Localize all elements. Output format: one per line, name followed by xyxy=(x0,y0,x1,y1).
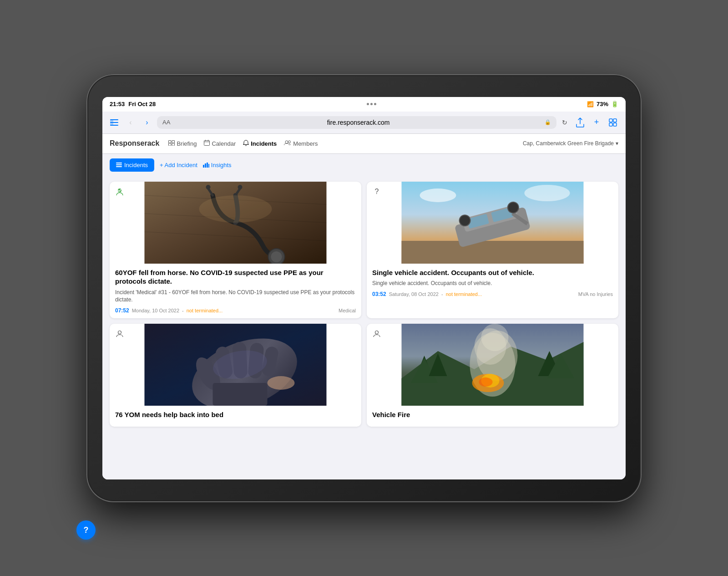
add-incident-label: + Add Incident xyxy=(160,162,197,168)
svg-point-30 xyxy=(206,185,211,189)
calendar-icon xyxy=(204,140,210,147)
app-navigation: Responserack Briefing Calendar xyxy=(102,134,626,154)
card-2-meta: 03:52 Saturday, 08 Oct 2022 - not termin… xyxy=(372,291,613,297)
svg-point-55 xyxy=(118,331,121,334)
incidents-btn-label: Incidents xyxy=(124,162,148,168)
svg-rect-11 xyxy=(172,143,175,146)
incident-card-4[interactable]: Vehicle Fire xyxy=(367,324,618,427)
insights-button[interactable]: Insights xyxy=(203,162,232,168)
question-icon: ? xyxy=(375,188,379,196)
card-2-title: Single vehicle accident. Occupants out o… xyxy=(372,268,613,277)
add-tab-button[interactable]: + xyxy=(589,115,604,130)
app-brand: Responserack xyxy=(110,139,159,148)
svg-point-14 xyxy=(288,141,291,143)
nav-items: Briefing Calendar Incidents xyxy=(168,135,523,152)
incident-card-3[interactable]: 76 YOM needs help back into bed xyxy=(110,324,361,427)
svg-rect-16 xyxy=(116,164,122,165)
calendar-label: Calendar xyxy=(212,140,236,147)
user-info-text: Cap, Camberwick Green Fire Brigade xyxy=(523,140,614,147)
card-4-body: Vehicle Fire xyxy=(367,406,618,427)
svg-rect-52 xyxy=(213,383,268,406)
svg-rect-6 xyxy=(609,123,612,126)
incident-card-2[interactable]: ? Single vehicle accident. Occupants out… xyxy=(367,182,618,319)
briefing-label: Briefing xyxy=(177,140,197,147)
svg-point-69 xyxy=(479,377,493,387)
back-button[interactable]: ‹ xyxy=(124,116,137,129)
help-icon: ? xyxy=(84,525,89,535)
svg-point-35 xyxy=(420,189,456,202)
svg-rect-12 xyxy=(204,141,210,146)
svg-rect-37 xyxy=(402,241,584,264)
card-3-badge xyxy=(113,327,126,340)
tablet-shell: 21:53 Fri Oct 28 📶 73% 🔋 xyxy=(86,74,642,502)
nav-item-calendar[interactable]: Calendar xyxy=(204,135,236,152)
card-1-meta: 07:52 Monday, 10 Oct 2022 - not terminat… xyxy=(115,307,356,314)
user-info: Cap, Camberwick Green Fire Brigade ▾ xyxy=(523,140,618,147)
battery-icon: 🔋 xyxy=(611,101,618,107)
nav-item-incidents[interactable]: Incidents xyxy=(243,135,277,152)
svg-rect-1 xyxy=(110,119,118,120)
browser-actions: + xyxy=(573,115,620,130)
card-3-title: 76 YOM needs help back into bed xyxy=(115,410,356,419)
svg-rect-9 xyxy=(172,140,175,143)
svg-rect-17 xyxy=(116,166,122,167)
svg-rect-2 xyxy=(110,122,118,123)
card-1-desc: Incident 'Medical' #31 - 60YOF fell from… xyxy=(115,289,356,304)
svg-point-66 xyxy=(481,324,509,351)
card-1-title: 60YOF fell from horse. No COVID-19 suspe… xyxy=(115,268,356,286)
incidents-button[interactable]: Incidents xyxy=(110,158,154,172)
forward-button[interactable]: › xyxy=(141,116,153,129)
svg-rect-8 xyxy=(169,140,172,143)
font-size-label[interactable]: AA xyxy=(162,119,170,126)
url-display: fire.responserack.com xyxy=(175,119,542,126)
add-incident-button[interactable]: + Add Incident xyxy=(160,162,197,168)
incident-image-4 xyxy=(367,324,618,406)
svg-point-32 xyxy=(199,195,272,223)
wifi-icon: 📶 xyxy=(587,101,594,107)
svg-rect-5 xyxy=(613,119,617,122)
status-left: 21:53 Fri Oct 28 xyxy=(110,101,156,107)
tabs-button[interactable] xyxy=(606,115,620,130)
svg-rect-10 xyxy=(169,143,172,146)
card-1-type: Medical xyxy=(339,308,356,313)
card-1-time: 07:52 xyxy=(115,307,129,314)
svg-rect-20 xyxy=(207,163,208,168)
help-button[interactable]: ? xyxy=(76,520,96,540)
time-display: 21:53 xyxy=(110,101,125,107)
dropdown-icon: ▾ xyxy=(616,140,618,147)
card-1-body: 60YOF fell from horse. No COVID-19 suspe… xyxy=(110,264,361,319)
svg-rect-4 xyxy=(609,119,612,122)
card-3-body: 76 YOM needs help back into bed xyxy=(110,406,361,427)
card-1-badge xyxy=(113,185,126,198)
members-label: Members xyxy=(293,140,318,147)
sidebar-toggle-button[interactable] xyxy=(108,116,121,129)
incident-image-1 xyxy=(110,182,361,264)
incident-image-2: ? xyxy=(367,182,618,264)
card-2-date: Saturday, 08 Oct 2022 xyxy=(389,291,439,297)
svg-point-27 xyxy=(271,251,282,262)
nav-item-members[interactable]: Members xyxy=(284,135,318,152)
incident-card-1[interactable]: 60YOF fell from horse. No COVID-19 suspe… xyxy=(110,182,361,319)
incidents-bell-icon xyxy=(243,140,249,148)
address-bar[interactable]: AA fire.responserack.com 🔒 xyxy=(157,116,556,129)
svg-rect-18 xyxy=(203,165,204,168)
svg-rect-19 xyxy=(205,163,206,168)
incidents-grid: 60YOF fell from horse. No COVID-19 suspe… xyxy=(110,182,618,427)
lock-icon: 🔒 xyxy=(545,119,551,125)
svg-rect-7 xyxy=(613,123,617,126)
insights-label: Insights xyxy=(211,162,232,168)
actions-bar: Incidents + Add Incident Insights xyxy=(102,154,626,176)
card-4-badge xyxy=(370,327,383,340)
svg-point-70 xyxy=(375,331,379,334)
browser-chrome: ‹ › AA fire.responserack.com 🔒 ↻ + xyxy=(102,112,626,134)
card-2-desc: Single vehicle accident. Occupants out o… xyxy=(372,280,613,287)
card-2-body: Single vehicle accident. Occupants out o… xyxy=(367,264,618,302)
reload-button[interactable]: ↻ xyxy=(560,117,569,128)
card-2-status: not terminated... xyxy=(446,291,482,297)
tablet-screen: 21:53 Fri Oct 28 📶 73% 🔋 xyxy=(102,97,626,479)
card-2-dash: - xyxy=(441,291,443,297)
card-1-date: Monday, 10 Oct 2022 xyxy=(132,308,179,313)
nav-item-briefing[interactable]: Briefing xyxy=(168,135,197,152)
share-button[interactable] xyxy=(573,115,587,130)
status-bar: 21:53 Fri Oct 28 📶 73% 🔋 xyxy=(102,97,626,112)
